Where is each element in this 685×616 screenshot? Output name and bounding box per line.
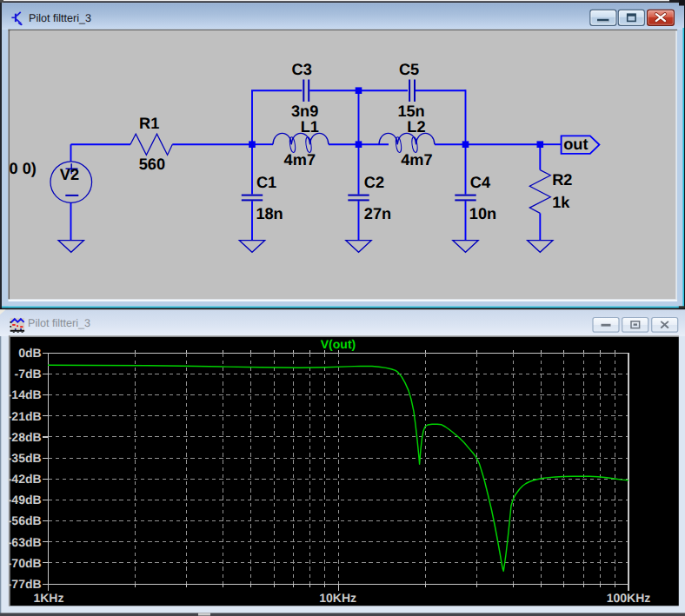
svg-text:C3: C3	[292, 61, 312, 78]
svg-text:C5: C5	[399, 61, 419, 78]
svg-text:-63dB: -63dB	[8, 535, 42, 549]
svg-text:-56dB: -56dB	[8, 513, 42, 527]
svg-text:V(out): V(out)	[321, 337, 356, 351]
svg-text:L1: L1	[301, 118, 319, 136]
svg-text:10n: 10n	[469, 205, 496, 222]
svg-text:C1: C1	[256, 174, 276, 191]
svg-text:-35dB: -35dB	[8, 451, 42, 465]
svg-text:C2: C2	[364, 174, 384, 191]
svg-text:-49dB: -49dB	[8, 493, 42, 507]
svg-text:-7dB: -7dB	[14, 367, 41, 381]
svg-text:-14dB: -14dB	[8, 387, 42, 401]
svg-text:1KHz: 1KHz	[33, 591, 63, 605]
svg-text:L2: L2	[407, 118, 425, 136]
svg-text:R1: R1	[139, 115, 159, 132]
svg-text:4m7: 4m7	[401, 151, 432, 169]
svg-text:Pilot filtteri_3: Pilot filtteri_3	[29, 12, 91, 24]
svg-text:560: 560	[139, 156, 165, 173]
svg-text:C4: C4	[470, 174, 491, 191]
svg-text:Pilot filtteri_3: Pilot filtteri_3	[28, 317, 90, 329]
svg-text:-28dB: -28dB	[8, 430, 42, 444]
svg-text:-77dB: -77dB	[8, 577, 42, 591]
svg-text:27n: 27n	[364, 205, 391, 222]
svg-text:0 0): 0 0)	[10, 160, 37, 177]
svg-text:18n: 18n	[256, 205, 283, 222]
svg-text:1k: 1k	[552, 194, 570, 211]
svg-text:R2: R2	[552, 171, 572, 189]
svg-text:out: out	[563, 136, 588, 153]
svg-text:100KHz: 100KHz	[607, 591, 651, 605]
svg-text:-21dB: -21dB	[8, 409, 42, 423]
svg-text:-70dB: -70dB	[8, 556, 42, 570]
svg-text:0dB: 0dB	[18, 346, 41, 360]
svg-text:10KHz: 10KHz	[319, 591, 356, 605]
svg-text:V2: V2	[60, 166, 79, 183]
svg-text:4m7: 4m7	[284, 151, 316, 169]
svg-text:-42dB: -42dB	[8, 472, 42, 486]
